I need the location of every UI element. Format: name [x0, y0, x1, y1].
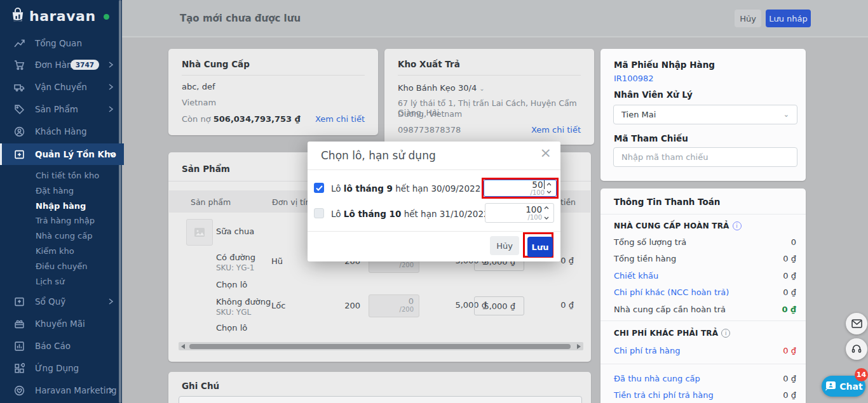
return-fee-link[interactable]: Chi phí trả hàng	[614, 346, 681, 355]
sidebar-item-san-pham[interactable]: Sản Phẩm	[0, 98, 122, 120]
batch-qty-input[interactable]: 50 /100	[484, 180, 557, 197]
submenu-tra-hang-nhap[interactable]: Trả hàng nhập	[36, 213, 95, 228]
apps-grid-icon	[14, 362, 25, 374]
annotation-box-save-button: Lưu	[523, 232, 553, 258]
sidebar-item-haravan-marketing[interactable]: Haravan Marketing	[0, 380, 122, 401]
heart-circle-icon	[14, 385, 25, 396]
chevron-right-icon	[107, 84, 114, 90]
save-draft-button[interactable]: Lưu nháp	[766, 10, 811, 27]
warehouse-select[interactable]: Kho Bánh Kẹo 30/4 ⌄	[398, 83, 485, 93]
warehouse-phone: 098773878378	[398, 125, 461, 135]
app-canvas: haravan Tổng Quan Đơn Hàng 3747 Vận Chuy…	[0, 0, 868, 403]
reference-input[interactable]: Nhập mã tham chiếu	[613, 147, 797, 167]
sidebar-item-khuyen-mai[interactable]: Khuyến Mãi	[0, 313, 122, 334]
table-hscrollbar[interactable]	[179, 342, 583, 350]
receipt-code-link[interactable]: IR100982	[614, 74, 654, 83]
supplier-detail-link[interactable]: Xem chi tiết	[315, 114, 365, 124]
sidebar-item-tong-quan[interactable]: Tổng Quan	[0, 32, 122, 54]
variant-stock-qty: 200	[329, 301, 360, 310]
warehouse-address-2: Dương, Vietnam	[398, 109, 462, 119]
supplier-name: abc, def	[182, 82, 215, 91]
variant-sku: SKU: YGL	[216, 308, 251, 317]
variant-name-link[interactable]: Có đường	[216, 253, 255, 262]
choose-batch-link[interactable]: Chọn lô	[216, 323, 247, 333]
pay-label: Tổng số lượng trả	[614, 237, 686, 247]
pay-label: Nhà cung cấp cần hoàn trả	[614, 305, 726, 314]
collected-from-supplier-link[interactable]: Đã thu nhà cung cấp	[614, 374, 700, 383]
staff-select[interactable]: Tien Mai ⌄	[613, 105, 797, 124]
modal-save-button[interactable]: Lưu	[527, 237, 553, 257]
sidebar-item-so-quy[interactable]: Sổ Quỹ	[0, 291, 122, 312]
chat-person-icon	[824, 381, 836, 392]
sidebar-item-van-chuyen[interactable]: Vận Chuyển	[0, 76, 122, 98]
other-fee-link[interactable]: Chi phí khác (NCC hoàn trả)	[614, 287, 729, 297]
variant-sku: SKU: YG-1	[216, 263, 254, 272]
sidebar-item-bao-cao[interactable]: Báo Cáo	[0, 335, 122, 357]
spinner-arrows[interactable]	[542, 205, 551, 221]
reference-placeholder: Nhập mã tham chiếu	[621, 152, 708, 162]
sidebar-item-label: Sổ Quỹ	[35, 296, 65, 307]
message-fab[interactable]	[846, 313, 867, 334]
close-icon[interactable]: ×	[540, 145, 552, 161]
sidebar-item-label: Khách Hàng	[35, 126, 87, 136]
supplier-debt: Còn nợ 506,034,793,753 ₫	[182, 114, 301, 124]
sidebar-item-khach-hang[interactable]: Khách Hàng	[0, 121, 122, 142]
batch-label: Lô lô tháng 9 hết hạn 30/09/2022	[331, 183, 480, 194]
chat-unread-badge: 14	[855, 368, 868, 381]
submenu-nhap-hang[interactable]: Nhập hàng	[36, 199, 86, 214]
report-chart-icon	[14, 340, 25, 352]
products-card-title: Sản Phẩm	[182, 164, 230, 174]
section-other-costs: CHI PHÍ KHÁC PHẢI TRẢi	[614, 329, 730, 338]
spinner-arrows[interactable]	[545, 182, 553, 195]
submenu-chi-tiet-ton-kho[interactable]: Chi tiết tồn kho	[36, 168, 99, 183]
batch-label: Lô Lô tháng 10 hết hạn 31/10/2022	[331, 209, 489, 219]
notes-input[interactable]	[179, 396, 582, 403]
pay-value: 0	[791, 237, 796, 247]
sidebar-item-quan-ly-ton-kho[interactable]: Quản Lý Tồn Kho	[0, 143, 124, 165]
receipt-code-label: Mã Phiếu Nhập Hàng	[614, 60, 715, 70]
submenu-nha-cung-cap[interactable]: Nhà cung cấp	[36, 228, 92, 244]
spinner-down-icon	[546, 190, 552, 194]
modal-cancel-button[interactable]: Hủy	[490, 236, 519, 255]
submenu-kiem-kho[interactable]: Kiểm kho	[36, 244, 74, 259]
submenu-dieu-chuyen[interactable]: Điều chuyển	[36, 259, 88, 274]
warehouse-detail-link[interactable]: Xem chi tiết	[531, 125, 581, 135]
spinner-up-icon	[546, 183, 552, 186]
batch-checkbox-checked[interactable]	[314, 183, 324, 193]
spinner-down-icon	[544, 216, 549, 220]
scroll-right-arrow-icon[interactable]	[577, 344, 581, 349]
return-price-input[interactable]: 5,000 ₫	[474, 296, 524, 315]
scroll-left-arrow-icon[interactable]	[181, 344, 185, 349]
reference-label: Mã Tham Chiếu	[614, 133, 688, 143]
variant-total: 0 ₫	[529, 300, 574, 310]
choose-batch-link[interactable]: Chọn lô	[216, 280, 247, 289]
cancel-button[interactable]: Hủy	[735, 10, 761, 27]
unsaved-title: Tạo mới chưa được lưu	[180, 13, 301, 24]
sidebar-item-label: Tổng Quan	[35, 38, 82, 48]
batch-qty-input[interactable]: 100 /100	[485, 203, 554, 223]
pay-value: 0 ₫	[783, 271, 796, 281]
warehouse-name: Kho Bánh Kẹo 30/4	[398, 83, 477, 93]
batch-qty-max: /100	[531, 189, 545, 196]
supplier-country: Vietnam	[182, 98, 216, 107]
submenu-dat-hang[interactable]: Đặt hàng	[36, 183, 74, 199]
sidebar-item-don-hang[interactable]: Đơn Hàng 3747	[0, 54, 122, 76]
sidebar-item-ung-dung[interactable]: Ứng Dụng	[0, 357, 122, 379]
variant-name-link[interactable]: Không đường	[216, 297, 271, 307]
scroll-thumb[interactable]	[189, 344, 571, 349]
return-qty-max: /200	[369, 261, 414, 268]
batch-checkbox-unchecked[interactable]	[314, 208, 324, 218]
return-qty-input[interactable]: 0 /200	[369, 294, 419, 317]
discount-link[interactable]: Chiết khấu	[614, 271, 658, 281]
paid-return-fee-link[interactable]: Tiền trả chi phí trả hàng	[614, 390, 714, 400]
headset-icon	[851, 344, 862, 354]
support-fab[interactable]	[846, 338, 867, 360]
sidebar-item-label: Khuyến Mãi	[35, 319, 85, 329]
pay-value: 0 ₫	[783, 390, 796, 400]
submenu-lich-su[interactable]: Lịch sử	[36, 274, 64, 289]
batch-name: Lô tháng 10	[344, 209, 402, 219]
product-name-link[interactable]: Sữa chua	[216, 227, 254, 236]
haravan-logo[interactable]: haravan	[9, 6, 96, 26]
customer-icon	[14, 126, 25, 137]
modal-title: Chọn lô, hạn sử dụng	[321, 149, 436, 162]
